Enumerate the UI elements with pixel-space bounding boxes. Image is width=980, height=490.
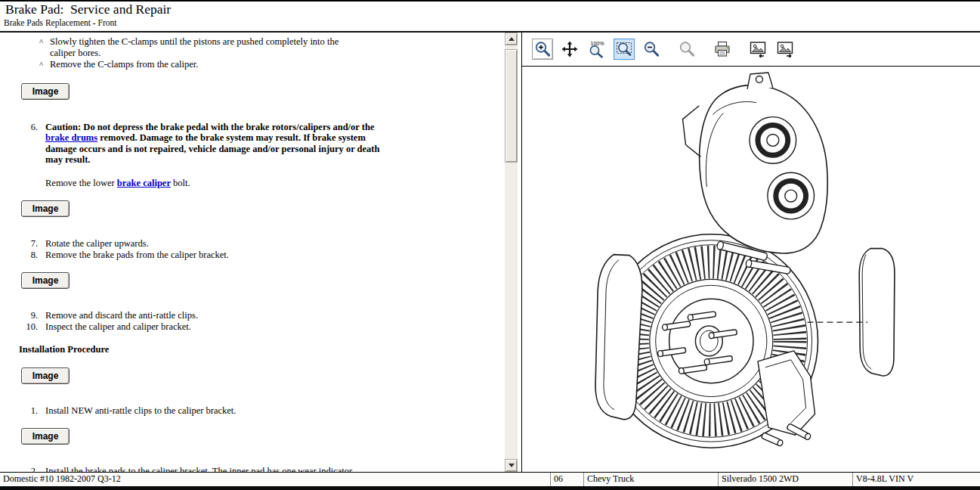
substep-text: Slowly tighten the C-clamps until the pi… [50, 36, 358, 58]
step-7: 7. Rotate the caliper upwards. [0, 238, 503, 250]
scrollbar-thumb[interactable] [505, 49, 518, 163]
step-number: 7. [0, 238, 38, 250]
brake-assembly-diagram [522, 67, 980, 472]
previous-image-button[interactable] [747, 39, 768, 60]
header: Brake Pad: Service and Repair Brake Pads… [0, 2, 980, 33]
procedure-content: ^ Slowly tighten the C-clamps until the … [0, 36, 503, 472]
image-button-2[interactable]: Image [21, 200, 70, 217]
step-text: Install NEW anti-rattle clips to the cal… [45, 405, 236, 417]
next-image-button[interactable] [774, 39, 796, 60]
print-button[interactable] [712, 39, 733, 60]
page-title: Brake Pad: Service and Repair [5, 2, 171, 17]
zoom-in-icon [533, 40, 552, 58]
step-number: 8. [0, 250, 38, 261]
image-button-3[interactable]: Image [21, 272, 70, 289]
pan-icon [561, 40, 579, 58]
app-window: Brake Pad: Service and Repair Brake Pads… [0, 0, 980, 490]
step-10: 10. Inspect the caliper and caliper brac… [0, 321, 503, 333]
substep-marker: ^ [39, 59, 50, 70]
zoom-out-icon [642, 40, 660, 58]
scroll-down-button[interactable] [505, 459, 518, 472]
step-number: 6. [0, 122, 38, 166]
caution-text: Caution: Do not depress the brake pedal … [45, 122, 384, 166]
step-text: Install the brake pads to the caliper br… [45, 466, 354, 472]
pan-button[interactable] [559, 39, 580, 60]
status-year: 06 [551, 473, 584, 486]
scroll-up-button[interactable] [505, 33, 518, 45]
arrow-up-icon [509, 37, 515, 41]
procedure-panel: ^ Slowly tighten the C-clamps until the … [0, 33, 521, 472]
step-8: 8. Remove the brake pads from the calipe… [0, 250, 503, 261]
step-number: 1. [0, 405, 38, 417]
substep-item: ^ Slowly tighten the C-clamps until the … [0, 36, 503, 58]
vertical-scrollbar[interactable] [505, 33, 518, 472]
image-toolbar: 100% [522, 33, 980, 67]
next-image-icon [776, 40, 794, 58]
substep-text: Remove the C-clamps from the caliper. [50, 59, 198, 70]
step-6: 6. Caution: Do not depress the brake ped… [0, 122, 503, 166]
previous-image-icon [749, 40, 767, 58]
caution-text-pre: Caution: Do not depress the brake pedal … [45, 122, 374, 132]
paragraph-text-pre: Remove the lower [45, 178, 117, 188]
brake-drums-link[interactable]: brake drums [45, 132, 97, 143]
step-number: 9. [0, 310, 38, 321]
installation-procedure-heading: Installation Procedure [19, 344, 503, 355]
step-text: Inspect the caliper and caliper bracket. [45, 321, 191, 333]
status-bar: Domestic #10 1982-2007 Q3-12 06 Chevy Tr… [0, 472, 980, 486]
zoom-100-icon: 100% [588, 40, 606, 58]
main-area: ^ Slowly tighten the C-clamps until the … [0, 33, 980, 472]
install-step-1: 1. Install NEW anti-rattle clips to the … [0, 405, 503, 417]
step-9: 9. Remove and discard the anti-rattle cl… [0, 310, 503, 321]
install-step-2: 2. Install the brake pads to the caliper… [0, 466, 503, 472]
status-engine: V8-4.8L VIN V [853, 473, 980, 486]
zoom-select-button[interactable] [676, 39, 697, 60]
step-6-paragraph: Remove the lower brake caliper bolt. [45, 178, 384, 189]
substep-item: ^ Remove the C-clamps from the caliper. [0, 59, 503, 70]
zoom-100-button[interactable]: 100% [586, 39, 607, 60]
illustration-panel: 100% [521, 33, 980, 472]
printer-icon [713, 40, 731, 58]
substep-marker: ^ [39, 36, 50, 58]
step-text: Remove and discard the anti-rattle clips… [45, 310, 198, 321]
page-subtitle: Brake Pads Replacement - Front [4, 18, 116, 27]
step-text: Rotate the caliper upwards. [45, 238, 149, 250]
image-button-4[interactable]: Image [21, 368, 70, 384]
paragraph-text-post: bolt. [171, 178, 190, 188]
zoom-in-button[interactable] [532, 39, 553, 60]
zoom-out-button[interactable] [641, 39, 662, 60]
diagram-viewport[interactable] [522, 67, 980, 472]
zoom-fit-button[interactable] [614, 39, 635, 60]
image-button-1[interactable]: Image [21, 83, 70, 100]
zoom-fit-icon [615, 40, 633, 58]
step-number: 10. [0, 321, 38, 333]
step-text: Remove the brake pads from the caliper b… [45, 250, 229, 261]
status-database: Domestic #10 1982-2007 Q3-12 [0, 473, 551, 486]
status-model: Silverado 1500 2WD [719, 473, 853, 486]
status-make: Chevy Truck [584, 473, 719, 486]
arrow-down-icon [509, 464, 515, 467]
step-number: 2. [0, 466, 38, 472]
zoom-100-label: 100% [591, 41, 604, 46]
bottom-edge-strip [0, 486, 980, 490]
zoom-disabled-icon [678, 40, 696, 58]
brake-caliper-link[interactable]: brake caliper [117, 178, 171, 188]
image-button-5[interactable]: Image [21, 428, 70, 445]
